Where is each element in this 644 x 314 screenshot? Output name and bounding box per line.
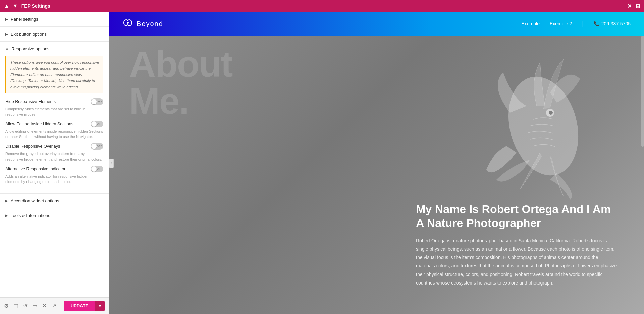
toggle-allow-editing-switch[interactable]: OFF [91,121,103,127]
site-nav: Exemple Exemple 2 | 📞 209-337-5705 [522,20,631,27]
arrow-down-icon[interactable]: ▼ [13,3,18,9]
responsive-icon[interactable]: ▭ [32,303,37,309]
toggle-alt-indicator-row: Alternative Responsive Indicator OFF [5,166,103,172]
main-layout: ▶ Panel settings ▶ Exit button options ▼ [0,12,644,314]
toggle-alt-indicator-desc: Adds an alternative indicator for respon… [5,174,103,185]
nav-exemple[interactable]: Exemple [522,21,540,26]
responsive-options-body: These options give you control over how … [0,56,109,193]
nav-exemple2[interactable]: Exemple 2 [550,21,572,26]
sidebar-collapse-button[interactable]: ‹ [109,159,114,168]
hero-big-text-line1: About [129,46,232,82]
hero-section: About Me. [109,36,644,314]
phone-number: 209-337-5705 [601,21,631,26]
preview-area: Beyond Exemple Exemple 2 | 📞 209-337-570… [109,12,644,314]
update-btn-group: UPDATE ▼ [64,301,105,311]
site-header: Beyond Exemple Exemple 2 | 📞 209-337-570… [109,12,644,36]
tools-info-arrow: ▶ [5,214,8,217]
panel-settings-label: Panel settings [11,17,38,22]
bottom-toolbar: ⚙ ◫ ↺ ▭ 👁 ↗ UPDATE ▼ [0,297,109,314]
toggle-alt-indicator-label: Alternative Responsive Indicator [5,167,65,171]
toggle-alt-indicator-switch[interactable]: OFF [91,166,103,172]
logo-text: Beyond [137,20,163,28]
accordion-widget-header[interactable]: ▶ Accordion widget options [0,194,109,208]
exit-button-arrow: ▶ [5,32,8,36]
toggle-disable-overlays-desc: Remove the grayed out overlay pattern fr… [5,151,103,162]
accordion-widget-label: Accordion widget options [11,198,59,203]
toggle-hide-responsive-switch[interactable]: OFF [91,98,103,105]
nav-divider: | [582,20,584,27]
panel-settings-section: ▶ Panel settings [0,12,109,27]
toggle-disable-overlays-label: Disable Responsive Overlays [5,144,60,149]
responsive-options-label: Responsive options [11,46,49,51]
layers-icon[interactable]: ◫ [13,303,18,309]
grid-icon[interactable]: ⊞ [636,3,640,9]
hero-title: My Name Is Robert Ortega And I Am A Natu… [416,202,617,230]
share-icon[interactable]: ↗ [52,303,56,309]
svg-point-3 [549,111,553,115]
tools-info-section: ▶ Tools & Informations [0,208,109,223]
close-icon[interactable]: ✕ [627,3,632,9]
sidebar-content: ▶ Panel settings ▶ Exit button options ▼ [0,12,109,297]
arrow-up-icon[interactable]: ▲ [4,3,9,9]
sidebar: ▶ Panel settings ▶ Exit button options ▼ [0,12,109,314]
toggle-allow-editing-row: Allow Editing Inside Hidden Sections OFF [5,121,103,127]
accordion-widget-arrow: ▶ [5,199,8,203]
tools-info-header[interactable]: ▶ Tools & Informations [0,208,109,223]
exit-button-section: ▶ Exit button options [0,27,109,42]
bottom-toolbar-icons: ⚙ ◫ ↺ ▭ 👁 ↗ [4,303,56,309]
tools-info-label: Tools & Informations [11,213,50,218]
toggle-disable-overlays-switch[interactable]: OFF [91,143,103,150]
eye-icon[interactable]: 👁 [42,303,47,309]
toggle-hide-responsive: Hide Responsive Elements OFF Completely … [5,98,103,117]
preview-scrollbar[interactable] [641,36,644,147]
settings-icon[interactable]: ⚙ [4,303,9,309]
toggle-hide-responsive-row: Hide Responsive Elements OFF [5,98,103,105]
sidebar-wrapper: ▶ Panel settings ▶ Exit button options ▼ [0,12,109,314]
phone-icon: 📞 [594,21,599,26]
toggle-allow-editing: Allow Editing Inside Hidden Sections OFF [5,121,103,140]
responsive-info-box: These options give you control over how … [5,56,103,93]
toggle-alt-indicator: Alternative Responsive Indicator OFF Add… [5,166,103,185]
fish-image [483,52,610,203]
toggle-disable-overlays: Disable Responsive Overlays OFF Remove t… [5,143,103,162]
top-bar-left: ▲ ▼ FEP Settings [4,3,50,9]
update-button[interactable]: UPDATE [64,301,95,311]
hero-description: Robert Ortega is a nature photographer b… [416,237,617,287]
exit-button-header[interactable]: ▶ Exit button options [0,27,109,41]
hero-content: My Name Is Robert Ortega And I Am A Natu… [416,202,617,287]
toggle-allow-editing-desc: Allow editing of elements inside respons… [5,129,103,140]
hero-big-text: About Me. [129,46,232,119]
app-title: FEP Settings [21,3,50,9]
update-dropdown-button[interactable]: ▼ [95,301,105,311]
responsive-options-arrow: ▼ [5,47,9,51]
top-bar: ▲ ▼ FEP Settings ✕ ⊞ [0,0,644,12]
toggle-hide-responsive-label: Hide Responsive Elements [5,99,56,104]
history-icon[interactable]: ↺ [23,303,28,309]
logo-icon [122,18,133,30]
svg-point-0 [127,22,129,24]
top-bar-actions: ✕ ⊞ [627,3,640,9]
responsive-options-section: ▼ Responsive options These options give … [0,42,109,194]
accordion-widget-section: ▶ Accordion widget options [0,194,109,208]
exit-button-label: Exit button options [11,32,47,37]
toggle-disable-overlays-row: Disable Responsive Overlays OFF [5,143,103,150]
hero-big-text-line2: Me. [129,82,232,119]
panel-settings-arrow: ▶ [5,17,8,21]
panel-settings-header[interactable]: ▶ Panel settings [0,12,109,26]
responsive-info-text: These options give you control over how … [10,60,99,89]
toggle-allow-editing-label: Allow Editing Inside Hidden Sections [5,122,73,126]
site-logo: Beyond [122,18,163,30]
toggle-hide-responsive-desc: Completely hides elements that are set t… [5,106,103,117]
nav-phone: 📞 209-337-5705 [594,21,631,26]
responsive-options-header[interactable]: ▼ Responsive options [0,42,109,56]
